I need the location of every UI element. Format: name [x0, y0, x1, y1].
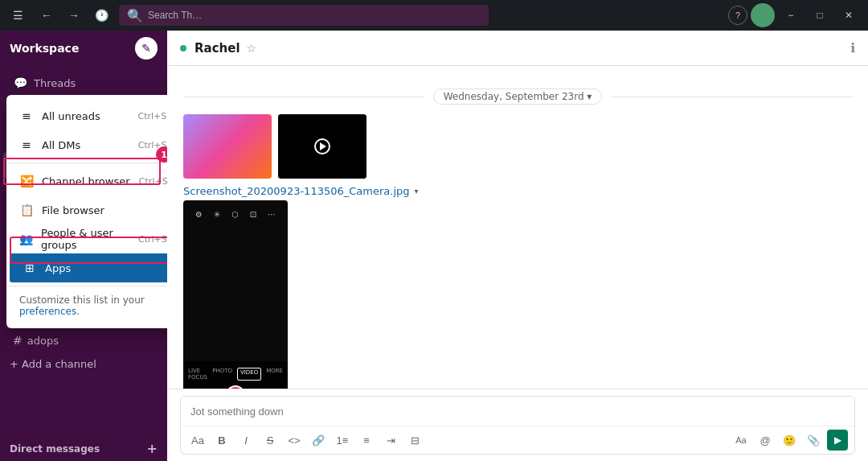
- threads-icon: 💬: [13, 76, 27, 89]
- block-button[interactable]: ⊟: [404, 430, 425, 451]
- mode-photo: PHOTO: [212, 368, 232, 381]
- apps-icon: ⊞: [23, 261, 37, 274]
- channel-adops[interactable]: # adops: [3, 329, 164, 352]
- search-input[interactable]: [148, 10, 481, 21]
- add-channel-label: + Add a channel: [10, 358, 96, 370]
- all-dms-icon: ≡: [19, 138, 34, 151]
- cam-icon-5: ⋯: [268, 210, 276, 219]
- file-chevron-icon: ▾: [415, 187, 419, 196]
- date-divider-1[interactable]: Wednesday, September 23rd ▾: [183, 88, 852, 105]
- file-name-row[interactable]: Screenshot_20200923-113506_Camera.jpg ▾: [183, 185, 852, 197]
- dropdown-label: All DMs: [42, 139, 80, 151]
- format-icon[interactable]: Aa: [187, 430, 208, 451]
- hash-icon: #: [13, 334, 23, 347]
- text-size-button[interactable]: Aa: [731, 430, 751, 451]
- back-button[interactable]: ←: [35, 4, 58, 27]
- history-button[interactable]: 🕐: [90, 4, 113, 27]
- link-button[interactable]: 🔗: [308, 430, 329, 451]
- unordered-list-button[interactable]: ≡: [356, 430, 377, 451]
- camera-controls: LIVE FOCUS PHOTO VIDEO MORE ↻: [183, 361, 288, 389]
- forward-button[interactable]: →: [63, 4, 85, 27]
- image-thumbnail-1[interactable]: [183, 114, 272, 179]
- workspace-name: Workspace: [10, 42, 129, 55]
- shortcut-label: Ctrl+Shift+L: [139, 176, 167, 187]
- step1-badge: 1: [156, 146, 167, 163]
- image-content-2: [278, 114, 366, 179]
- ordered-list-button[interactable]: 1≡: [332, 430, 353, 451]
- indent-button[interactable]: ⇥: [380, 430, 401, 451]
- titlebar-right: ? − □ ✕: [728, 3, 862, 27]
- chat-header: Rachel ☆ ℹ: [167, 31, 868, 66]
- chat-input-area: Aa B I S <> 🔗 1≡ ≡ ⇥ ⊟ Aa @ 🙂 📎 ▶: [167, 389, 868, 461]
- info-icon[interactable]: ℹ: [850, 40, 855, 56]
- dm-section-header: Direct messages +: [0, 436, 167, 461]
- shutter-row: ↻: [188, 385, 283, 389]
- dropdown-label: Channel browser: [42, 175, 130, 187]
- help-button[interactable]: ?: [728, 6, 747, 25]
- cam-icon-3: ⬡: [231, 210, 239, 219]
- dropdown-divider-2: [6, 286, 167, 286]
- add-channel-button[interactable]: + Add a channel: [0, 352, 167, 375]
- search-icon: 🔍: [127, 8, 143, 23]
- shortcut-label: Ctrl+Shift+E: [138, 234, 167, 245]
- chat-area: Rachel ☆ ℹ Wednesday, September 23rd ▾: [167, 31, 868, 461]
- mode-more: MORE: [266, 368, 283, 381]
- menu-button[interactable]: ☰: [6, 4, 29, 27]
- play-icon: [314, 138, 330, 154]
- date-label-1[interactable]: Wednesday, September 23rd ▾: [433, 88, 603, 105]
- bold-button[interactable]: B: [211, 430, 232, 451]
- workspace-header[interactable]: Workspace ✎: [0, 31, 167, 66]
- image-content-1: [183, 114, 272, 179]
- channel-name: adops: [27, 335, 59, 347]
- star-icon[interactable]: ☆: [247, 42, 257, 55]
- send-button[interactable]: ▶: [827, 430, 848, 451]
- main-layout: Workspace ✎ 💬 Threads 🔔 Mentions & react…: [0, 31, 868, 461]
- message-images: [183, 114, 852, 179]
- avatar[interactable]: [751, 3, 775, 27]
- screenshot-preview[interactable]: ⚙ ✳ ⬡ ⊡ ⋯ LIVE FOCUS PHOTO VIDEO MORE: [183, 200, 288, 389]
- divider-line: [612, 97, 852, 97]
- strikethrough-button[interactable]: S: [260, 430, 280, 451]
- sidebar-item-threads[interactable]: 💬 Threads: [3, 70, 164, 96]
- chat-messages: Wednesday, September 23rd ▾ S: [167, 66, 868, 389]
- chat-input-box: Aa B I S <> 🔗 1≡ ≡ ⇥ ⊟ Aa @ 🙂 📎 ▶: [180, 396, 855, 455]
- close-button[interactable]: ✕: [836, 4, 862, 27]
- more-dropdown: ≡ All unreads Ctrl+Shift+A ≡ All DMs Ctr…: [6, 95, 167, 328]
- dm-add-icon[interactable]: +: [147, 441, 158, 456]
- sidebar: Workspace ✎ 💬 Threads 🔔 Mentions & react…: [0, 31, 167, 461]
- dropdown-label: All unreads: [42, 110, 100, 122]
- dropdown-item-apps[interactable]: ⊞ Apps: [10, 253, 167, 282]
- dropdown-item-channel-browser[interactable]: 🔀 Channel browser Ctrl+Shift+L: [6, 167, 167, 196]
- compose-button[interactable]: ✎: [135, 37, 158, 60]
- people-groups-icon: 👥: [19, 233, 33, 245]
- titlebar: ☰ ← → 🕐 🔍 ? − □ ✕: [0, 0, 868, 31]
- italic-button[interactable]: I: [235, 430, 256, 451]
- cam-icon-1: ⚙: [195, 210, 203, 219]
- attach-button[interactable]: 📎: [803, 430, 824, 451]
- dropdown-item-file-browser[interactable]: 📋 File browser: [6, 196, 167, 224]
- dropdown-footer: Customize this list in your preferences.: [6, 290, 167, 322]
- file-name-label: Screenshot_20200923-113506_Camera.jpg: [183, 185, 410, 197]
- online-status-dot: [180, 45, 186, 51]
- mention-button[interactable]: @: [755, 430, 776, 451]
- code-button[interactable]: <>: [284, 430, 305, 451]
- cam-icon-4: ⊡: [250, 210, 256, 219]
- image-thumbnail-2[interactable]: [278, 114, 366, 179]
- minimize-button[interactable]: −: [778, 4, 804, 27]
- divider-line: [183, 97, 424, 97]
- dropdown-label: Apps: [45, 262, 71, 274]
- emoji-button[interactable]: 🙂: [779, 430, 800, 451]
- apps-item-wrapper: ⊞ Apps 2: [6, 253, 167, 282]
- maximize-button[interactable]: □: [807, 4, 833, 27]
- shutter-button[interactable]: [226, 385, 245, 389]
- preferences-link[interactable]: preferences.: [19, 306, 80, 317]
- search-bar[interactable]: 🔍: [119, 5, 489, 26]
- shortcut-label: Ctrl+Shift+A: [137, 111, 167, 121]
- dropdown-label: People & user groups: [41, 227, 130, 251]
- dropdown-item-all-dms[interactable]: ≡ All DMs Ctrl+Shift+K: [6, 130, 167, 159]
- dropdown-item-people-groups[interactable]: 👥 People & user groups Ctrl+Shift+E: [6, 224, 167, 253]
- sidebar-item-label: Threads: [34, 77, 76, 89]
- camera-mode-row: LIVE FOCUS PHOTO VIDEO MORE: [188, 368, 283, 381]
- chat-input-field[interactable]: [181, 397, 854, 426]
- dropdown-item-all-unreads[interactable]: ≡ All unreads Ctrl+Shift+A: [6, 101, 167, 130]
